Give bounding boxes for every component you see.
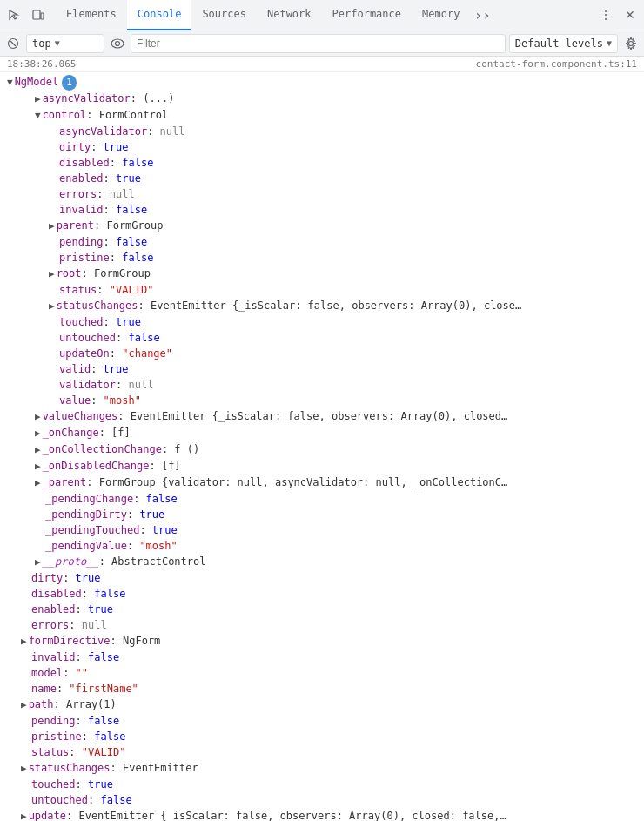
tree-row[interactable]: _onCollectionChange: f () [7, 441, 637, 458]
expand-arrow[interactable] [35, 426, 41, 441]
tree-row[interactable]: __proto__: AbstractControl [7, 554, 637, 570]
tree-row[interactable]: control: FormControl [7, 107, 637, 124]
expand-arrow[interactable] [35, 459, 41, 474]
tree-row[interactable]: statusChanges: EventEmitter {_isScalar: … [7, 298, 637, 314]
tree-colon: : [131, 91, 143, 106]
expand-arrow[interactable] [49, 266, 55, 282]
clear-console-button[interactable] [3, 34, 23, 53]
tree-value: false [94, 586, 125, 602]
root-badge: 1 [62, 75, 77, 91]
tree-colon: : [104, 171, 116, 186]
tree-row: disabled: false [7, 586, 637, 602]
tree-key: status [59, 282, 97, 298]
tree-key: parent [57, 218, 94, 233]
tab-console[interactable]: Console [127, 0, 192, 30]
tree-row[interactable]: _parent: FormGroup {validator: null, asy… [7, 474, 637, 491]
root-class-name: NgModel [15, 74, 59, 90]
tree-colon: : [116, 330, 128, 346]
tree-value: false [128, 330, 159, 346]
tab-performance[interactable]: Performance [322, 0, 412, 30]
expand-arrow[interactable] [35, 108, 41, 124]
root-expand-arrow[interactable] [7, 75, 13, 91]
tab-elements[interactable]: Elements [56, 0, 127, 30]
tree-value: false [100, 792, 131, 808]
tree-colon: : [54, 697, 66, 712]
more-tabs-button[interactable]: ›› [470, 0, 494, 30]
tree-row[interactable]: parent: FormGroup [7, 218, 637, 234]
tree-key: status [31, 744, 69, 760]
tab-network[interactable]: Network [257, 0, 322, 30]
expand-arrow[interactable] [21, 697, 27, 713]
tree-value: true [88, 602, 113, 617]
tree-row: untouched: false [7, 330, 637, 346]
tree-colon: : [110, 155, 122, 171]
tree-value: "" [76, 665, 88, 681]
expand-arrow[interactable] [35, 475, 41, 491]
tree-value: false [146, 491, 178, 507]
tree-colon: : [66, 808, 78, 821]
tab-memory[interactable]: Memory [412, 0, 470, 30]
tree-colon: : [116, 377, 128, 393]
tree-row[interactable]: root: FormGroup [7, 266, 637, 282]
tree-colon: : [69, 617, 81, 633]
tree-colon: : [91, 361, 103, 377]
tree-row[interactable]: asyncValidator: (...) [7, 91, 637, 107]
expand-arrow[interactable] [49, 219, 55, 234]
tree-key: value [59, 393, 91, 408]
inspect-button[interactable] [3, 4, 24, 25]
tree-row[interactable]: update: EventEmitter {_isScalar: false, … [7, 808, 637, 821]
tree-key: _onDisabledChange [43, 458, 150, 474]
close-devtools-button[interactable]: ✕ [620, 4, 641, 25]
tree-row[interactable]: _onDisabledChange: [f] [7, 458, 637, 474]
tree-key: enabled [31, 602, 76, 617]
tree-root-row[interactable]: NgModel 1 [7, 74, 637, 91]
tree-key: touched [59, 314, 104, 330]
tree-row[interactable]: path: Array(1) [7, 697, 637, 713]
svg-point-5 [116, 41, 120, 45]
settings-button[interactable] [621, 34, 641, 53]
expand-arrow[interactable] [35, 409, 41, 425]
log-timestamp: 18:38:26.065 [7, 58, 76, 70]
tree-key: invalid [59, 202, 104, 218]
window-actions: ⋮ ✕ [595, 4, 641, 25]
filter-input[interactable] [131, 34, 506, 53]
tree-row: touched: true [7, 314, 637, 330]
tree-colon: : [91, 139, 103, 155]
tree-value: [f] [162, 458, 181, 474]
expand-arrow[interactable] [21, 634, 27, 649]
expand-arrow[interactable] [49, 299, 55, 314]
tree-row[interactable]: valueChanges: EventEmitter {_isScalar: f… [7, 408, 637, 425]
tree-key: _pendingTouched [45, 522, 139, 538]
tree-row[interactable]: statusChanges: EventEmitter [7, 760, 637, 777]
tree-value: true [104, 361, 129, 377]
tab-sources[interactable]: Sources [191, 0, 257, 30]
tree-colon: : [147, 124, 159, 139]
tree-value: FormGroup [94, 266, 151, 281]
tree-value: EventEmitter [123, 760, 198, 776]
tree-row: _pendingValue: "mosh" [7, 538, 637, 554]
tree-colon: : [104, 234, 116, 250]
expand-arrow[interactable] [35, 91, 41, 107]
tree-colon: : [86, 107, 98, 123]
tree-value: "VALID" [110, 282, 154, 298]
tree-colon: : [82, 586, 94, 602]
tree-row: disabled: false [7, 155, 637, 171]
tree-row: errors: null [7, 617, 637, 633]
expand-arrow[interactable] [35, 555, 41, 570]
tree-row: name: "firstName" [7, 681, 637, 697]
tree-value: false [116, 234, 147, 250]
more-options-button[interactable]: ⋮ [595, 4, 616, 25]
expand-arrow[interactable] [21, 761, 27, 777]
tree-key: enabled [59, 171, 104, 186]
eye-filter-button[interactable] [108, 34, 127, 53]
log-level-selector[interactable]: Default levels ▼ [509, 34, 618, 53]
expand-arrow[interactable] [21, 809, 27, 821]
tree-key: errors [59, 186, 97, 202]
tree-row[interactable]: _onChange: [f] [7, 425, 637, 441]
tree-value: false [94, 729, 125, 744]
expand-arrow[interactable] [35, 442, 41, 458]
device-toggle-button[interactable] [28, 4, 49, 25]
tree-row[interactable]: formDirective: NgForm [7, 633, 637, 649]
tree-colon: : [63, 570, 75, 586]
context-selector[interactable]: top ▼ [26, 34, 104, 53]
